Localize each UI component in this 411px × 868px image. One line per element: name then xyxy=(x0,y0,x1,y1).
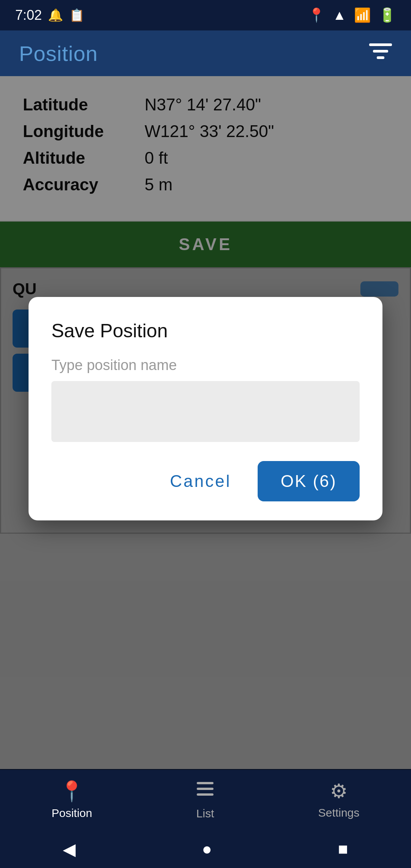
wifi-icon: ▲ xyxy=(333,7,346,23)
location-icon: 📍 xyxy=(308,7,325,23)
save-position-dialog: Save Position Type position name Cancel … xyxy=(29,297,382,520)
notification-icon: 🔔 xyxy=(48,8,63,22)
home-button[interactable]: ● xyxy=(202,839,212,858)
cancel-button[interactable]: Cancel xyxy=(158,464,242,498)
system-nav: ◀ ● ■ xyxy=(0,830,411,868)
nav-item-position[interactable]: 📍 Position xyxy=(51,780,92,820)
status-left: 7:02 🔔 📋 xyxy=(15,7,84,23)
nav-item-settings[interactable]: ⚙ Settings xyxy=(318,780,359,819)
dialog-input-label: Type position name xyxy=(51,357,360,373)
sim-icon: 📋 xyxy=(69,8,84,22)
nav-item-list[interactable]: List xyxy=(195,779,215,820)
svg-rect-0 xyxy=(369,43,392,46)
settings-nav-label: Settings xyxy=(318,806,359,819)
battery-icon: 🔋 xyxy=(379,7,396,23)
signal-icon: 📶 xyxy=(354,7,371,23)
dialog-title: Save Position xyxy=(51,320,360,342)
ok-button[interactable]: OK (6) xyxy=(258,461,360,501)
list-nav-icon xyxy=(195,779,215,803)
svg-rect-1 xyxy=(373,50,388,53)
position-name-input[interactable] xyxy=(51,381,360,442)
filter-button[interactable] xyxy=(369,41,392,65)
svg-rect-3 xyxy=(197,782,213,784)
status-bar: 7:02 🔔 📋 📍 ▲ 📶 🔋 xyxy=(0,0,411,30)
back-button[interactable]: ◀ xyxy=(63,839,76,859)
svg-rect-2 xyxy=(377,56,384,59)
settings-nav-icon: ⚙ xyxy=(330,780,348,803)
dialog-buttons: Cancel OK (6) xyxy=(51,461,360,501)
bottom-nav: 📍 Position List ⚙ Settings xyxy=(0,769,411,830)
app-bar: Position xyxy=(0,30,411,76)
list-nav-label: List xyxy=(196,807,214,820)
svg-rect-5 xyxy=(197,793,213,796)
position-nav-label: Position xyxy=(51,807,92,820)
position-nav-icon: 📍 xyxy=(59,780,84,803)
svg-rect-4 xyxy=(197,788,213,790)
status-time: 7:02 xyxy=(15,7,42,23)
app-title: Position xyxy=(19,41,98,66)
status-right: 📍 ▲ 📶 🔋 xyxy=(308,7,396,23)
recent-button[interactable]: ■ xyxy=(338,839,348,858)
